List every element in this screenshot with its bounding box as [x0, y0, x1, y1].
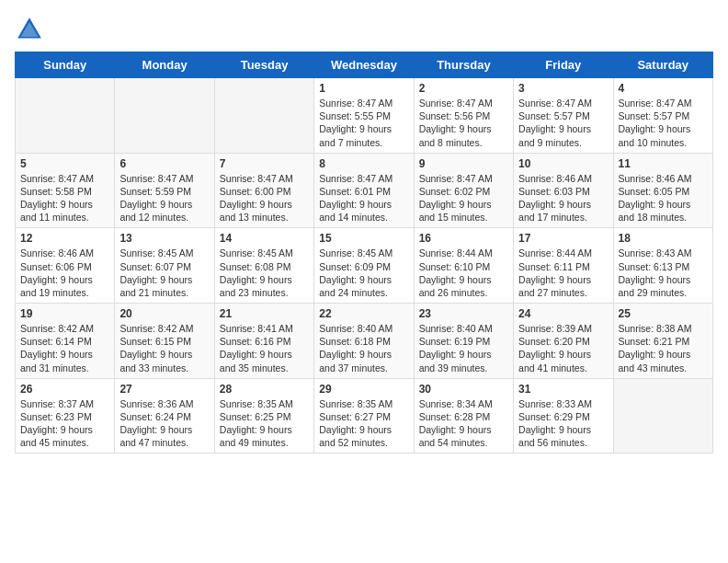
- day-info: Sunrise: 8:39 AMSunset: 6:20 PMDaylight:…: [518, 322, 608, 374]
- week-row-1: 5Sunrise: 8:47 AMSunset: 5:58 PMDaylight…: [16, 153, 713, 228]
- day-number: 27: [119, 383, 209, 396]
- calendar-cell: 20Sunrise: 8:42 AMSunset: 6:15 PMDayligh…: [115, 304, 214, 379]
- day-info: Sunrise: 8:47 AMSunset: 5:56 PMDaylight:…: [419, 97, 508, 149]
- week-row-4: 26Sunrise: 8:37 AMSunset: 6:23 PMDayligh…: [16, 378, 713, 454]
- calendar-cell: 3Sunrise: 8:47 AMSunset: 5:57 PMDaylight…: [514, 78, 613, 154]
- day-info: Sunrise: 8:42 AMSunset: 6:14 PMDaylight:…: [20, 322, 109, 374]
- day-info: Sunrise: 8:36 AMSunset: 6:24 PMDaylight:…: [119, 397, 209, 450]
- calendar-cell: 12Sunrise: 8:46 AMSunset: 6:06 PMDayligh…: [16, 228, 115, 304]
- day-info: Sunrise: 8:40 AMSunset: 6:18 PMDaylight:…: [319, 322, 408, 374]
- calendar-cell: 1Sunrise: 8:47 AMSunset: 5:55 PMDaylight…: [314, 78, 414, 154]
- calendar-cell: 4Sunrise: 8:47 AMSunset: 5:57 PMDaylight…: [613, 78, 712, 154]
- calendar-cell: 23Sunrise: 8:40 AMSunset: 6:19 PMDayligh…: [414, 304, 513, 379]
- day-number: 26: [20, 383, 109, 396]
- day-number: 18: [619, 232, 708, 245]
- day-info: Sunrise: 8:46 AMSunset: 6:03 PMDaylight:…: [518, 172, 608, 224]
- day-info: Sunrise: 8:33 AMSunset: 6:29 PMDaylight:…: [518, 397, 608, 450]
- day-number: 2: [419, 82, 508, 95]
- day-info: Sunrise: 8:47 AMSunset: 5:57 PMDaylight:…: [619, 97, 708, 149]
- calendar-cell: 11Sunrise: 8:46 AMSunset: 6:05 PMDayligh…: [613, 153, 712, 228]
- week-row-2: 12Sunrise: 8:46 AMSunset: 6:06 PMDayligh…: [16, 228, 713, 304]
- day-info: Sunrise: 8:45 AMSunset: 6:07 PMDaylight:…: [119, 247, 209, 299]
- weekday-header-saturday: Saturday: [613, 52, 712, 78]
- day-info: Sunrise: 8:40 AMSunset: 6:19 PMDaylight:…: [419, 322, 508, 374]
- day-info: Sunrise: 8:47 AMSunset: 6:01 PMDaylight:…: [319, 172, 408, 224]
- calendar-cell: 2Sunrise: 8:47 AMSunset: 5:56 PMDaylight…: [414, 78, 513, 154]
- page-header: [15, 15, 713, 44]
- day-number: 10: [518, 157, 608, 170]
- weekday-header-row: SundayMondayTuesdayWednesdayThursdayFrid…: [16, 52, 713, 78]
- day-number: 25: [619, 307, 708, 320]
- day-info: Sunrise: 8:47 AMSunset: 5:59 PMDaylight:…: [119, 172, 209, 224]
- day-info: Sunrise: 8:47 AMSunset: 5:55 PMDaylight:…: [319, 97, 408, 149]
- day-number: 28: [220, 383, 309, 396]
- calendar-cell: 24Sunrise: 8:39 AMSunset: 6:20 PMDayligh…: [514, 304, 613, 379]
- calendar-cell: 17Sunrise: 8:44 AMSunset: 6:11 PMDayligh…: [514, 228, 613, 304]
- day-info: Sunrise: 8:41 AMSunset: 6:16 PMDaylight:…: [220, 322, 309, 374]
- calendar-cell: [115, 78, 214, 154]
- day-info: Sunrise: 8:37 AMSunset: 6:23 PMDaylight:…: [20, 397, 109, 450]
- calendar-cell: 30Sunrise: 8:34 AMSunset: 6:28 PMDayligh…: [414, 378, 513, 454]
- day-number: 15: [319, 232, 408, 245]
- weekday-header-friday: Friday: [514, 52, 613, 78]
- calendar-cell: 9Sunrise: 8:47 AMSunset: 6:02 PMDaylight…: [414, 153, 513, 228]
- day-number: 9: [419, 157, 508, 170]
- day-info: Sunrise: 8:44 AMSunset: 6:11 PMDaylight:…: [518, 247, 608, 299]
- calendar-cell: 5Sunrise: 8:47 AMSunset: 5:58 PMDaylight…: [16, 153, 115, 228]
- calendar-cell: 21Sunrise: 8:41 AMSunset: 6:16 PMDayligh…: [214, 304, 313, 379]
- day-number: 16: [419, 232, 508, 245]
- day-info: Sunrise: 8:34 AMSunset: 6:28 PMDaylight:…: [419, 397, 508, 450]
- day-number: 30: [419, 383, 508, 396]
- day-number: 1: [319, 82, 408, 95]
- weekday-header-monday: Monday: [115, 52, 214, 78]
- calendar-cell: 6Sunrise: 8:47 AMSunset: 5:59 PMDaylight…: [115, 153, 214, 228]
- calendar-cell: 14Sunrise: 8:45 AMSunset: 6:08 PMDayligh…: [214, 228, 313, 304]
- calendar-cell: [613, 378, 712, 454]
- day-number: 6: [119, 157, 209, 170]
- weekday-header-thursday: Thursday: [414, 52, 513, 78]
- day-number: 13: [119, 232, 209, 245]
- day-info: Sunrise: 8:45 AMSunset: 6:08 PMDaylight:…: [220, 247, 309, 299]
- week-row-0: 1Sunrise: 8:47 AMSunset: 5:55 PMDaylight…: [16, 78, 713, 154]
- logo: [15, 15, 48, 44]
- day-number: 12: [20, 232, 109, 245]
- calendar-cell: 16Sunrise: 8:44 AMSunset: 6:10 PMDayligh…: [414, 228, 513, 304]
- day-info: Sunrise: 8:47 AMSunset: 6:00 PMDaylight:…: [220, 172, 309, 224]
- calendar-cell: 19Sunrise: 8:42 AMSunset: 6:14 PMDayligh…: [16, 304, 115, 379]
- day-info: Sunrise: 8:42 AMSunset: 6:15 PMDaylight:…: [119, 322, 209, 374]
- day-number: 3: [518, 82, 608, 95]
- calendar-cell: 25Sunrise: 8:38 AMSunset: 6:21 PMDayligh…: [613, 304, 712, 379]
- weekday-header-wednesday: Wednesday: [314, 52, 414, 78]
- calendar-cell: 28Sunrise: 8:35 AMSunset: 6:25 PMDayligh…: [214, 378, 313, 454]
- calendar-cell: 31Sunrise: 8:33 AMSunset: 6:29 PMDayligh…: [514, 378, 613, 454]
- calendar-cell: 22Sunrise: 8:40 AMSunset: 6:18 PMDayligh…: [314, 304, 414, 379]
- day-number: 31: [518, 383, 608, 396]
- day-info: Sunrise: 8:35 AMSunset: 6:27 PMDaylight:…: [319, 397, 408, 450]
- calendar-table: SundayMondayTuesdayWednesdayThursdayFrid…: [15, 52, 713, 454]
- week-row-3: 19Sunrise: 8:42 AMSunset: 6:14 PMDayligh…: [16, 304, 713, 379]
- calendar-cell: [16, 78, 115, 154]
- day-info: Sunrise: 8:38 AMSunset: 6:21 PMDaylight:…: [619, 322, 708, 374]
- day-info: Sunrise: 8:47 AMSunset: 5:57 PMDaylight:…: [518, 97, 608, 149]
- day-number: 23: [419, 307, 508, 320]
- calendar-cell: 18Sunrise: 8:43 AMSunset: 6:13 PMDayligh…: [613, 228, 712, 304]
- day-info: Sunrise: 8:46 AMSunset: 6:06 PMDaylight:…: [20, 247, 109, 299]
- day-number: 20: [119, 307, 209, 320]
- weekday-header-sunday: Sunday: [16, 52, 115, 78]
- day-number: 22: [319, 307, 408, 320]
- day-number: 14: [220, 232, 309, 245]
- day-number: 17: [518, 232, 608, 245]
- logo-icon: [15, 15, 44, 44]
- day-info: Sunrise: 8:47 AMSunset: 6:02 PMDaylight:…: [419, 172, 508, 224]
- day-info: Sunrise: 8:43 AMSunset: 6:13 PMDaylight:…: [619, 247, 708, 299]
- calendar-cell: 15Sunrise: 8:45 AMSunset: 6:09 PMDayligh…: [314, 228, 414, 304]
- day-number: 7: [220, 157, 309, 170]
- day-number: 19: [20, 307, 109, 320]
- calendar-cell: 27Sunrise: 8:36 AMSunset: 6:24 PMDayligh…: [115, 378, 214, 454]
- weekday-header-tuesday: Tuesday: [214, 52, 313, 78]
- day-info: Sunrise: 8:35 AMSunset: 6:25 PMDaylight:…: [220, 397, 309, 450]
- calendar-cell: 10Sunrise: 8:46 AMSunset: 6:03 PMDayligh…: [514, 153, 613, 228]
- day-info: Sunrise: 8:44 AMSunset: 6:10 PMDaylight:…: [419, 247, 508, 299]
- day-number: 5: [20, 157, 109, 170]
- day-info: Sunrise: 8:46 AMSunset: 6:05 PMDaylight:…: [619, 172, 708, 224]
